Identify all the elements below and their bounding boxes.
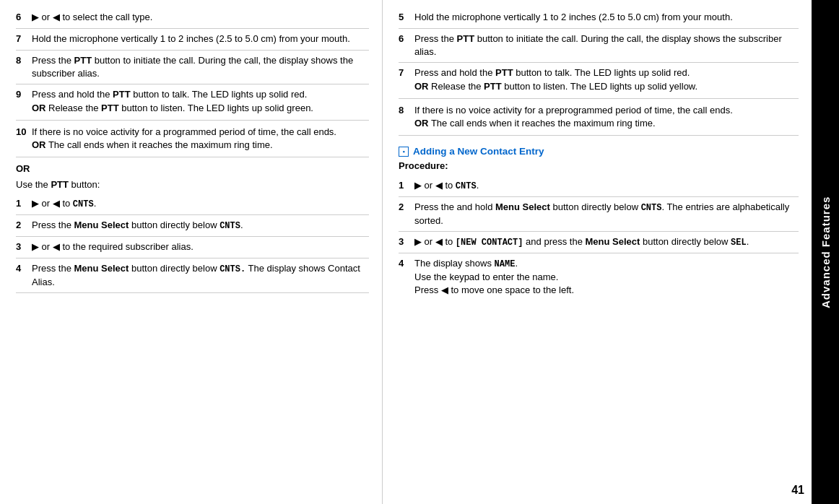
sec-cnts-mono-2: CNTS [641, 203, 662, 213]
step-10-divider [16, 157, 369, 157]
r-step-5-num: 5 [399, 11, 414, 22]
step-10-content: If there is no voice activity for a prog… [32, 126, 369, 152]
procedure-label: Procedure: [399, 159, 799, 174]
section-heading-text: Adding a New Contact Entry [413, 146, 544, 157]
step-9-row: 9 Press and hold the PTT button to talk.… [16, 84, 369, 118]
r-step-6-row: 6 Press the PTT button to initiate the c… [399, 29, 799, 63]
r-step-8-row: 8 If there is no voice activity for a pr… [399, 100, 799, 134]
sub-step-2-row: 2 Press the Menu Select button directly … [16, 215, 369, 237]
step-7-content: Hold the microphone vertically 1 to 2 in… [32, 32, 369, 45]
sec-step-4-content: The display shows NAME. Use the keypad t… [414, 257, 799, 297]
step-7-row: 7 Hold the microphone vertically 1 to 2 … [16, 29, 369, 51]
sub-step-1-num: 1 [16, 197, 32, 209]
sec-step-3-num: 3 [399, 235, 414, 247]
sub-step-1-content: ▶ or ◀ to CNTS. [32, 197, 369, 211]
r-step-7-divider [399, 98, 799, 99]
sec-step-4-num: 4 [399, 257, 414, 269]
sec-step-1-content: ▶ or ◀ to CNTS. [414, 179, 799, 193]
step-8-row: 8 Press the PTT button to initiate the c… [16, 51, 369, 84]
sub-step-3-content: ▶ or ◀ to the required subscriber alias. [32, 240, 369, 253]
r-step-8-num: 8 [399, 104, 414, 116]
r-step-8-content: If there is no voice activity for a prep… [414, 104, 799, 130]
step-8-content: Press the PTT button to initiate the cal… [32, 54, 369, 80]
new-contact-section: ▪ Adding a New Contact Entry Procedure: [399, 137, 799, 175]
r-step-7-row: 7 Press and hold the PTT button to talk.… [399, 63, 799, 96]
step-8-num: 8 [16, 54, 32, 66]
r-step-6-num: 6 [399, 32, 414, 44]
step-6-row: 6 ▶ or ◀ to select the call type. [16, 7, 369, 29]
r-step-8-divider [399, 135, 799, 136]
sec-step-2-num: 2 [399, 201, 414, 212]
section-icon: ▪ [399, 147, 409, 157]
sec-sel-mono: SEL [731, 238, 747, 248]
r-step-6-content: Press the PTT button to initiate the cal… [414, 32, 799, 58]
r-step-5-content: Hold the microphone vertically 1 to 2 in… [414, 11, 799, 24]
use-ptt-text: Use the PTT button: [16, 179, 100, 190]
cnts-mono-1: CNTS [73, 199, 94, 209]
sec-step-1-row: 1 ▶ or ◀ to CNTS. [399, 175, 799, 197]
sec-step-1-num: 1 [399, 179, 414, 191]
or-label: OR [16, 163, 30, 174]
right-column: 5 Hold the microphone vertically 1 to 2 … [383, 0, 812, 504]
sidebar-label-text: Advanced Features [820, 196, 832, 308]
cnts-mono-2: CNTS [219, 221, 240, 231]
section-heading: ▪ Adding a New Contact Entry [399, 142, 799, 159]
sidebar: Advanced Features [812, 0, 839, 504]
sec-step-2-content: Press the and hold Menu Select button di… [414, 201, 799, 227]
sub-step-4-content: Press the Menu Select button directly be… [32, 262, 369, 289]
use-ptt-row: Use the PTT button: [16, 178, 369, 194]
step-9-num: 9 [16, 88, 32, 100]
sec-step-3-content: ▶ or ◀ to [NEW CONTACT] and press the Me… [414, 235, 799, 249]
r-step-5-row: 5 Hold the microphone vertically 1 to 2 … [399, 7, 799, 29]
sub-step-4-row: 4 Press the Menu Select button directly … [16, 258, 369, 293]
or-ptt-section: OR [16, 159, 369, 178]
step-9-content: Press and hold the PTT button to talk. T… [32, 88, 369, 114]
sec-step-3-row: 3 ▶ or ◀ to [NEW CONTACT] and press the … [399, 232, 799, 253]
sec-name-mono: NAME [495, 259, 516, 269]
page-number: 41 [791, 484, 804, 497]
r-step-7-or: OR [414, 78, 429, 95]
left-column: 6 ▶ or ◀ to select the call type. 7 Hold… [0, 0, 383, 504]
sub-step-4-num: 4 [16, 262, 32, 274]
step-9-or: OR [32, 100, 46, 116]
cnts-mono-3: CNTS. [219, 264, 245, 274]
step-6-content: ▶ or ◀ to select the call type. [32, 11, 369, 24]
step-7-num: 7 [16, 32, 32, 44]
sec-cnts-mono-1: CNTS [456, 181, 477, 191]
r-step-7-num: 7 [399, 66, 414, 78]
sub-step-1-row: 1 ▶ or ◀ to CNTS. [16, 194, 369, 215]
step-10-row: 10 If there is no voice activity for a p… [16, 122, 369, 155]
sub-step-3-num: 3 [16, 240, 32, 252]
r-step-7-content: Press and hold the PTT button to talk. T… [414, 66, 799, 92]
sub-step-2-content: Press the Menu Select button directly be… [32, 219, 369, 233]
main-content: 6 ▶ or ◀ to select the call type. 7 Hold… [0, 0, 839, 504]
step-6-num: 6 [16, 11, 32, 22]
sub-step-2-num: 2 [16, 219, 32, 230]
step-9-divider [16, 120, 369, 121]
sub-step-3-row: 3 ▶ or ◀ to the required subscriber alia… [16, 237, 369, 258]
step-10-or: OR [32, 136, 46, 153]
sec-step-2-row: 2 Press the and hold Menu Select button … [399, 197, 799, 232]
sec-step-4-row: 4 The display shows NAME. Use the keypad… [399, 253, 799, 300]
step-10-num: 10 [16, 126, 32, 137]
r-step-8-or: OR [414, 115, 429, 131]
sec-new-contact-mono: [NEW CONTACT] [456, 238, 523, 248]
